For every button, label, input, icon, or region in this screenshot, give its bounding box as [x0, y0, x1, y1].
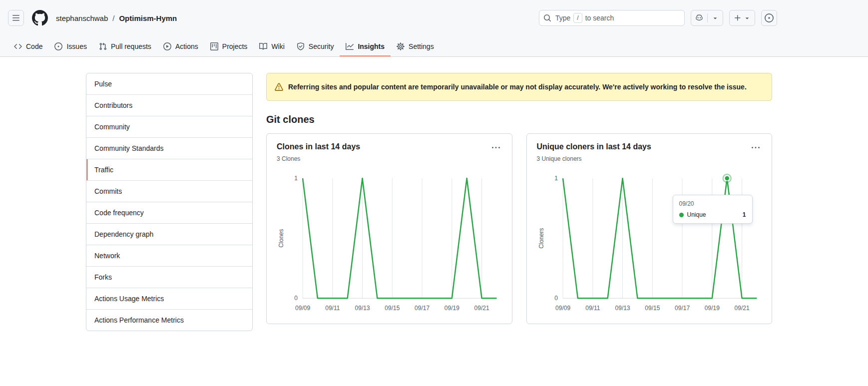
copilot-button[interactable] [691, 10, 707, 25]
breadcrumb: stephanschwab / Optimism-Hymn [56, 14, 177, 22]
unique-cloners-card-title: Unique cloners in last 14 days [537, 142, 651, 152]
sidebar-item-code-frequency[interactable]: Code frequency [86, 202, 252, 223]
sidebar-item-commits[interactable]: Commits [86, 180, 252, 202]
tab-label: Code [26, 42, 42, 50]
insights-sidebar: Pulse Contributors Community Community S… [86, 73, 253, 331]
tab-projects[interactable]: Projects [204, 36, 254, 56]
copilot-dropdown-button[interactable] [708, 10, 723, 25]
svg-text:1: 1 [294, 175, 298, 182]
breadcrumb-owner-link[interactable]: stephanschwab [56, 14, 108, 22]
tab-security[interactable]: Security [291, 36, 340, 56]
issue-opened-icon [765, 13, 774, 22]
tab-insights[interactable]: Insights [340, 36, 391, 56]
tab-label: Insights [358, 42, 385, 50]
tab-label: Settings [409, 42, 434, 50]
kebab-horizontal-icon [492, 144, 500, 152]
clones-card-title: Clones in last 14 days [277, 142, 360, 152]
tooltip-series-label: Unique [687, 211, 706, 218]
card-header: Unique cloners in last 14 days 3 Unique … [537, 142, 762, 162]
git-clones-heading: Git clones [266, 114, 772, 125]
sidebar-item-community[interactable]: Community [86, 116, 252, 137]
tooltip-value: 1 [743, 211, 746, 218]
unique-cloners-line-chart[interactable]: 09/0909/1109/1309/1509/1709/1909/2110Clo… [537, 168, 762, 318]
chart-tooltip: 09/20 Unique 1 [673, 195, 753, 224]
sidebar-item-forks[interactable]: Forks [86, 266, 252, 288]
svg-text:09/15: 09/15 [385, 305, 400, 312]
svg-text:09/11: 09/11 [585, 305, 600, 312]
svg-text:09/11: 09/11 [325, 305, 340, 312]
search-placeholder-prefix: Type [555, 14, 570, 22]
svg-text:09/13: 09/13 [615, 305, 630, 312]
tab-wiki[interactable]: Wiki [253, 36, 290, 56]
tab-issues[interactable]: Issues [48, 36, 92, 56]
tab-label: Security [309, 42, 334, 50]
github-mark-icon [32, 10, 48, 26]
create-new-button-group [729, 10, 755, 26]
sidebar-item-network[interactable]: Network [86, 245, 252, 266]
svg-text:09/17: 09/17 [415, 305, 430, 312]
gear-icon [397, 42, 405, 50]
search-input[interactable]: Type / to search [539, 10, 685, 26]
svg-text:09/15: 09/15 [645, 305, 660, 312]
hamburger-menu-button[interactable] [8, 10, 24, 26]
header-actions: Type / to search [539, 10, 777, 26]
chevron-down-icon [744, 14, 751, 21]
plus-icon [734, 14, 742, 22]
chevron-down-icon [712, 14, 719, 21]
svg-text:Cloners: Cloners [538, 228, 545, 249]
warning-banner: Referring sites and popular content are … [266, 73, 772, 101]
sidebar-item-contributors[interactable]: Contributors [86, 94, 252, 116]
tab-label: Issues [66, 42, 86, 50]
tab-actions[interactable]: Actions [157, 36, 204, 56]
sidebar-item-traffic[interactable]: Traffic [86, 159, 252, 180]
breadcrumb-separator: / [112, 14, 114, 22]
tab-settings[interactable]: Settings [391, 36, 440, 56]
search-placeholder: Type / to search [555, 13, 614, 23]
git-pull-request-icon [99, 42, 107, 50]
slash-keycap: / [573, 13, 582, 23]
book-icon [259, 42, 267, 50]
svg-text:09/21: 09/21 [474, 305, 489, 312]
sidebar-item-dependency-graph[interactable]: Dependency graph [86, 223, 252, 245]
search-icon [543, 14, 551, 22]
sidebar-item-actions-performance-metrics[interactable]: Actions Performance Metrics [86, 309, 252, 331]
svg-text:09/17: 09/17 [675, 305, 690, 312]
alert-icon [275, 83, 283, 91]
clones-card: Clones in last 14 days 3 Clones 09/0909/… [266, 133, 512, 324]
unique-cloners-card: Unique cloners in last 14 days 3 Unique … [526, 133, 773, 324]
tooltip-date: 09/20 [679, 200, 746, 207]
unique-series-dot [679, 213, 684, 217]
svg-text:09/19: 09/19 [704, 305, 719, 312]
svg-text:1: 1 [554, 175, 558, 182]
issue-opened-icon [54, 42, 62, 50]
insights-content: Pulse Contributors Community Community S… [86, 57, 772, 331]
copilot-button-group [691, 10, 723, 26]
kebab-menu-button[interactable] [750, 142, 762, 154]
clones-card-subtitle: 3 Clones [277, 155, 360, 162]
global-header: stephanschwab / Optimism-Hymn Type / to … [0, 0, 868, 36]
kebab-horizontal-icon [752, 144, 760, 152]
kebab-menu-button[interactable] [490, 142, 502, 154]
github-logo[interactable] [32, 10, 48, 26]
project-icon [210, 42, 218, 50]
svg-text:0: 0 [294, 295, 298, 302]
copilot-icon [695, 14, 703, 22]
clones-line-chart[interactable]: 09/0909/1109/1309/1509/1709/1909/2110Clo… [277, 168, 502, 318]
warning-banner-text: Referring sites and popular content are … [288, 81, 747, 92]
issues-dashboard-button[interactable] [761, 10, 777, 26]
search-placeholder-suffix: to search [585, 14, 614, 22]
unique-cloners-card-subtitle: 3 Unique cloners [537, 155, 651, 162]
sidebar-item-actions-usage-metrics[interactable]: Actions Usage Metrics [86, 288, 252, 309]
tab-label: Actions [175, 42, 198, 50]
svg-text:Clones: Clones [278, 229, 285, 248]
traffic-cards: Clones in last 14 days 3 Clones 09/0909/… [266, 133, 772, 324]
sidebar-item-community-standards[interactable]: Community Standards [86, 137, 252, 159]
svg-text:09/13: 09/13 [355, 305, 370, 312]
tab-pull-requests[interactable]: Pull requests [93, 36, 157, 56]
breadcrumb-repo-link[interactable]: Optimism-Hymn [119, 14, 177, 22]
svg-text:0: 0 [554, 295, 558, 302]
tab-code[interactable]: Code [8, 36, 48, 56]
traffic-main: Referring sites and popular content are … [266, 73, 772, 324]
sidebar-item-pulse[interactable]: Pulse [86, 73, 252, 94]
create-new-button[interactable] [730, 10, 755, 25]
